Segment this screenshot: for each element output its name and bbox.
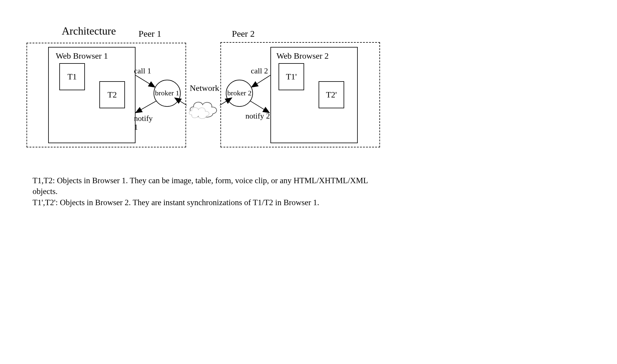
t1-text: T1 bbox=[67, 72, 77, 82]
call1-label: call 1 bbox=[134, 67, 151, 76]
diagram-title: Architecture bbox=[62, 25, 116, 37]
broker1-text: broker 1 bbox=[155, 89, 179, 97]
architecture-diagram: Architecture Peer 1 Peer 2 Web Browser 1… bbox=[0, 0, 617, 364]
broker2-text: broker 2 bbox=[227, 89, 252, 97]
call2-label: call 2 bbox=[251, 67, 268, 76]
caption-line1: T1,T2: Objects in Browser 1. They can be… bbox=[33, 175, 379, 197]
peer1-label: Peer 1 bbox=[139, 29, 161, 39]
t2p-text: T2' bbox=[326, 90, 337, 100]
browser1-label: Web Browser 1 bbox=[56, 51, 108, 61]
notify2-label: notify 2 bbox=[245, 112, 270, 121]
t2p-box: T2' bbox=[319, 81, 344, 108]
network-cloud-icon bbox=[185, 96, 221, 120]
network-label: Network bbox=[190, 83, 219, 93]
t1p-text: T1' bbox=[286, 72, 297, 82]
notify1-label: notify 1 bbox=[134, 114, 158, 131]
peer2-label: Peer 2 bbox=[232, 29, 255, 39]
broker2-node: broker 2 bbox=[226, 80, 253, 107]
caption: T1,T2: Objects in Browser 1. They can be… bbox=[33, 175, 379, 208]
browser2-label: Web Browser 2 bbox=[276, 51, 329, 61]
t2-text: T2 bbox=[108, 90, 117, 100]
t1-box: T1 bbox=[59, 63, 85, 90]
broker1-node: broker 1 bbox=[154, 80, 181, 107]
caption-line2: T1',T2': Objects in Browser 2. They are … bbox=[33, 197, 379, 208]
t1p-box: T1' bbox=[279, 63, 304, 90]
t2-box: T2 bbox=[99, 81, 125, 108]
browser2-box bbox=[270, 47, 358, 143]
